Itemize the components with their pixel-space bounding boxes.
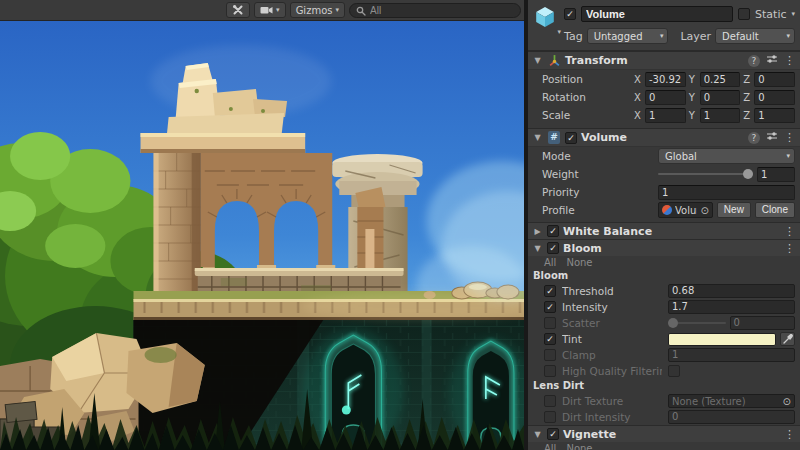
- rotation-y-field[interactable]: 0: [700, 90, 741, 105]
- scale-z-field[interactable]: 1: [754, 108, 795, 123]
- profile-object-field[interactable]: Volume_Gl ⊙: [658, 202, 713, 218]
- rotation-x-field[interactable]: 0: [645, 90, 686, 105]
- none-link[interactable]: None: [566, 443, 592, 450]
- vignette-allnone-row: All None: [528, 442, 800, 450]
- rotation-row: Rotation X0 Y0 Z0: [528, 88, 800, 106]
- scene-search-field[interactable]: [349, 3, 521, 18]
- new-button[interactable]: New: [717, 202, 751, 218]
- volume-enabled-checkbox[interactable]: ✓: [565, 132, 577, 144]
- scatter-row: Scatter 0: [528, 315, 800, 331]
- gameobject-icon-button[interactable]: ▾: [533, 6, 559, 30]
- position-y-field[interactable]: 0.25: [700, 72, 741, 87]
- clamp-override-checkbox[interactable]: [544, 349, 556, 361]
- none-link[interactable]: None: [566, 257, 592, 268]
- help-icon[interactable]: ?: [748, 55, 760, 67]
- threshold-label: Threshold: [562, 285, 662, 297]
- scale-y-field[interactable]: 1: [700, 108, 741, 123]
- tint-override-checkbox[interactable]: ✓: [544, 333, 556, 345]
- gameobject-name-input[interactable]: [581, 6, 733, 22]
- position-row: Position X-30.92 Y0.25 Z0: [528, 70, 800, 88]
- layer-dropdown[interactable]: Default▾: [715, 28, 795, 44]
- vignette-checkbox[interactable]: ✓: [547, 428, 559, 440]
- scale-row: Scale X1 Y1 Z1: [528, 106, 800, 124]
- clone-button[interactable]: Clone: [755, 202, 795, 218]
- clamp-label: Clamp: [562, 349, 662, 361]
- dirt-texture-row: Dirt Texture None (Texture) ⊙: [528, 393, 800, 409]
- bloom-allnone-row: All None: [528, 256, 800, 269]
- weight-slider[interactable]: [658, 173, 753, 175]
- foldout-open-icon[interactable]: ▼: [532, 133, 543, 142]
- scatter-label: Scatter: [562, 317, 662, 329]
- intensity-override-checkbox[interactable]: ✓: [544, 301, 556, 313]
- hqf-override-checkbox[interactable]: [544, 365, 556, 377]
- scene-search-input[interactable]: [370, 5, 514, 16]
- slider-knob[interactable]: [668, 318, 678, 328]
- presets-icon[interactable]: [766, 53, 778, 68]
- bloom-section-label: Bloom: [528, 269, 800, 283]
- vignette-header[interactable]: ▼ ✓ Vignette ⋮: [528, 425, 800, 442]
- clamp-field[interactable]: 1: [668, 348, 795, 362]
- object-picker-icon[interactable]: ⊙: [783, 396, 791, 407]
- object-picker-icon[interactable]: ⊙: [700, 205, 708, 216]
- dirt-texture-object-field[interactable]: None (Texture) ⊙: [668, 394, 795, 408]
- transform-header[interactable]: ▼ Transform ? ⋮: [528, 51, 800, 70]
- gizmos-dropdown[interactable]: Gizmos ▾: [290, 2, 345, 18]
- y-axis-label: Y: [689, 74, 697, 85]
- tools-button[interactable]: [226, 2, 250, 18]
- foldout-open-icon[interactable]: ▼: [532, 244, 543, 253]
- bloom-checkbox[interactable]: ✓: [547, 242, 559, 254]
- threshold-override-checkbox[interactable]: ✓: [544, 285, 556, 297]
- all-link[interactable]: All: [544, 257, 556, 268]
- eyedropper-icon[interactable]: [780, 332, 795, 346]
- tint-color-swatch[interactable]: [668, 333, 776, 346]
- x-axis-label: X: [634, 110, 642, 121]
- more-menu-icon[interactable]: ⋮: [784, 428, 795, 441]
- mode-dropdown[interactable]: Global▾: [658, 148, 795, 164]
- dropdown-caret: ▾: [786, 152, 790, 160]
- priority-field[interactable]: 1: [658, 185, 795, 200]
- hqf-value-checkbox[interactable]: [668, 365, 680, 377]
- scale-x-field[interactable]: 1: [645, 108, 686, 123]
- slider-knob[interactable]: [743, 169, 753, 179]
- dirt-texture-override-checkbox[interactable]: [544, 395, 556, 407]
- volume-component-header[interactable]: ▼ # ✓ Volume ? ⋮: [528, 128, 800, 147]
- static-checkbox[interactable]: [738, 8, 750, 20]
- all-link[interactable]: All: [544, 443, 556, 450]
- help-icon[interactable]: ?: [748, 132, 760, 144]
- position-x-field[interactable]: -30.92: [645, 72, 686, 87]
- rotation-z-field[interactable]: 0: [754, 90, 795, 105]
- more-menu-icon[interactable]: ⋮: [784, 225, 795, 238]
- tag-dropdown[interactable]: Untagged▾: [587, 28, 669, 44]
- weight-label: Weight: [542, 168, 658, 180]
- dirt-intensity-field[interactable]: 0: [668, 410, 795, 424]
- gizmos-label: Gizmos: [296, 5, 333, 16]
- white-balance-header[interactable]: ▶ ✓ White Balance ⋮: [528, 222, 800, 239]
- search-icon: [356, 1, 366, 20]
- active-checkbox[interactable]: ✓: [564, 8, 576, 20]
- rotation-label: Rotation: [542, 91, 634, 103]
- more-menu-icon[interactable]: ⋮: [784, 131, 795, 144]
- weight-field[interactable]: 1: [757, 167, 795, 182]
- cube-icon: [533, 18, 557, 31]
- presets-icon[interactable]: [766, 130, 778, 145]
- icon-dropdown-caret: ▾: [557, 28, 561, 36]
- dirt-intensity-override-checkbox[interactable]: [544, 411, 556, 423]
- more-menu-icon[interactable]: ⋮: [784, 54, 795, 67]
- volume-title: Volume: [581, 131, 627, 144]
- foldout-open-icon[interactable]: ▼: [532, 430, 543, 439]
- foldout-open-icon[interactable]: ▼: [532, 56, 543, 65]
- scatter-slider[interactable]: [668, 322, 726, 324]
- position-z-field[interactable]: 0: [754, 72, 795, 87]
- foldout-closed-icon[interactable]: ▶: [532, 227, 543, 236]
- scene-camera-button[interactable]: ▾: [254, 2, 286, 18]
- tag-value: Untagged: [594, 31, 643, 42]
- bloom-header[interactable]: ▼ ✓ Bloom ⋮: [528, 239, 800, 256]
- threshold-field[interactable]: 0.68: [668, 284, 795, 298]
- intensity-field[interactable]: 1.7: [668, 300, 795, 314]
- white-balance-checkbox[interactable]: ✓: [547, 225, 559, 237]
- more-menu-icon[interactable]: ⋮: [784, 242, 795, 255]
- scene-canvas[interactable]: [0, 21, 524, 450]
- static-dropdown-caret[interactable]: ▾: [791, 10, 795, 18]
- scatter-field[interactable]: 0: [730, 316, 796, 330]
- scatter-override-checkbox[interactable]: [544, 317, 556, 329]
